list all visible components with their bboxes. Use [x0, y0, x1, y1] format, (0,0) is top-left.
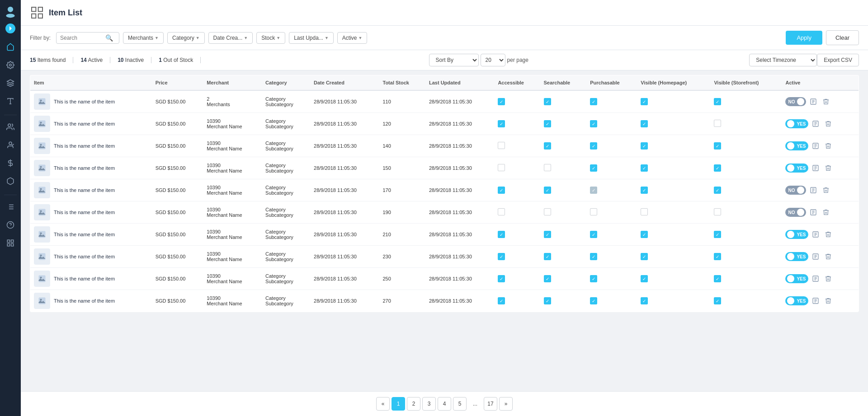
checkbox[interactable]: [544, 98, 551, 105]
timezone-select[interactable]: Select Timezone: [749, 54, 817, 66]
checkbox[interactable]: [590, 98, 597, 105]
sidebar-item-question[interactable]: [2, 217, 19, 233]
checkbox[interactable]: [544, 275, 551, 282]
edit-icon[interactable]: [810, 229, 821, 240]
checkbox[interactable]: [544, 164, 551, 171]
checkbox[interactable]: [544, 253, 551, 260]
checkbox[interactable]: [498, 142, 505, 149]
category-filter[interactable]: Category ▼: [167, 32, 205, 44]
checkbox[interactable]: [544, 297, 551, 304]
edit-icon[interactable]: [810, 140, 821, 151]
checkbox[interactable]: [590, 164, 597, 172]
checkbox[interactable]: [714, 208, 721, 215]
checkbox[interactable]: [498, 98, 505, 105]
active-toggle[interactable]: NO: [785, 97, 806, 106]
delete-icon[interactable]: [821, 185, 831, 196]
checkbox[interactable]: [590, 297, 597, 304]
checkbox[interactable]: [714, 164, 721, 172]
sidebar-item-gear[interactable]: [2, 57, 19, 73]
checkbox[interactable]: [498, 120, 505, 127]
item-thumbnail[interactable]: [34, 248, 50, 265]
date-created-filter[interactable]: Date Crea... ▼: [208, 32, 253, 44]
checkbox[interactable]: [498, 187, 505, 194]
merchants-filter[interactable]: Merchants ▼: [123, 32, 164, 44]
delete-icon[interactable]: [823, 273, 834, 284]
checkbox[interactable]: [498, 231, 505, 238]
active-toggle[interactable]: YES: [785, 296, 808, 305]
active-toggle[interactable]: NO: [785, 186, 806, 195]
checkbox[interactable]: [714, 297, 721, 304]
checkbox[interactable]: [641, 231, 648, 238]
sidebar-item-tools[interactable]: [2, 93, 19, 109]
checkbox[interactable]: [590, 231, 597, 238]
item-thumbnail[interactable]: [34, 293, 50, 309]
checkbox[interactable]: [590, 120, 597, 127]
checkbox[interactable]: [641, 164, 648, 172]
sort-by-select[interactable]: Sort By: [429, 54, 479, 66]
sidebar-item-layers[interactable]: [2, 75, 19, 91]
sidebar-item-dollar[interactable]: [2, 155, 19, 171]
checkbox[interactable]: [544, 187, 551, 194]
checkbox[interactable]: [714, 275, 721, 282]
active-toggle[interactable]: YES: [785, 164, 808, 173]
active-toggle[interactable]: YES: [785, 230, 808, 239]
checkbox[interactable]: [714, 120, 721, 127]
checkbox[interactable]: [544, 231, 551, 238]
checkbox[interactable]: [641, 120, 648, 127]
checkbox[interactable]: [590, 142, 597, 150]
page-1-button[interactable]: 1: [392, 397, 405, 411]
delete-icon[interactable]: [823, 118, 834, 129]
item-thumbnail[interactable]: [34, 226, 50, 243]
delete-icon[interactable]: [823, 251, 834, 262]
sidebar-item-home[interactable]: [2, 39, 19, 55]
item-thumbnail[interactable]: [34, 160, 50, 176]
checkbox[interactable]: [641, 253, 648, 260]
checkbox[interactable]: [714, 98, 721, 105]
search-box[interactable]: 🔍: [56, 32, 119, 44]
item-thumbnail[interactable]: [34, 93, 50, 110]
checkbox[interactable]: [498, 253, 505, 260]
checkbox[interactable]: [590, 275, 597, 282]
active-toggle[interactable]: NO: [785, 208, 806, 217]
checkbox[interactable]: [714, 253, 721, 260]
page-5-button[interactable]: 5: [453, 397, 467, 411]
sidebar-toggle[interactable]: [5, 23, 15, 33]
next-page-button[interactable]: »: [499, 397, 513, 411]
item-thumbnail[interactable]: [34, 116, 50, 132]
checkbox[interactable]: [641, 98, 648, 105]
sidebar-item-box[interactable]: [2, 173, 19, 189]
stock-filter[interactable]: Stock ▼: [256, 32, 285, 44]
edit-icon[interactable]: [810, 295, 821, 306]
checkbox[interactable]: [641, 187, 648, 194]
checkbox[interactable]: [714, 231, 721, 238]
last-updated-filter[interactable]: Last Upda... ▼: [289, 32, 334, 44]
edit-icon[interactable]: [810, 251, 821, 262]
export-csv-button[interactable]: Export CSV: [817, 54, 859, 66]
edit-icon[interactable]: [810, 118, 821, 129]
checkbox[interactable]: [590, 187, 597, 194]
checkbox[interactable]: [498, 208, 505, 215]
delete-icon[interactable]: [823, 140, 834, 151]
sidebar-item-grid[interactable]: [2, 235, 19, 251]
checkbox[interactable]: [590, 208, 597, 215]
checkbox[interactable]: [641, 297, 648, 304]
checkbox[interactable]: [641, 208, 648, 215]
checkbox[interactable]: [498, 275, 505, 282]
active-toggle[interactable]: YES: [785, 119, 808, 128]
checkbox[interactable]: [498, 297, 505, 304]
active-toggle[interactable]: YES: [785, 141, 808, 150]
edit-icon[interactable]: [810, 273, 821, 284]
prev-page-button[interactable]: «: [376, 397, 390, 411]
checkbox[interactable]: [590, 253, 597, 260]
edit-icon[interactable]: [808, 207, 819, 218]
delete-icon[interactable]: [823, 295, 834, 306]
delete-icon[interactable]: [821, 96, 831, 107]
delete-icon[interactable]: [823, 163, 834, 173]
active-toggle[interactable]: YES: [785, 274, 808, 283]
delete-icon[interactable]: [823, 229, 834, 240]
checkbox[interactable]: [714, 142, 721, 150]
clear-button[interactable]: Clear: [826, 30, 859, 45]
search-input[interactable]: [60, 35, 105, 41]
per-page-select[interactable]: 201050100: [481, 54, 505, 66]
sidebar-item-person-check[interactable]: [2, 137, 19, 153]
